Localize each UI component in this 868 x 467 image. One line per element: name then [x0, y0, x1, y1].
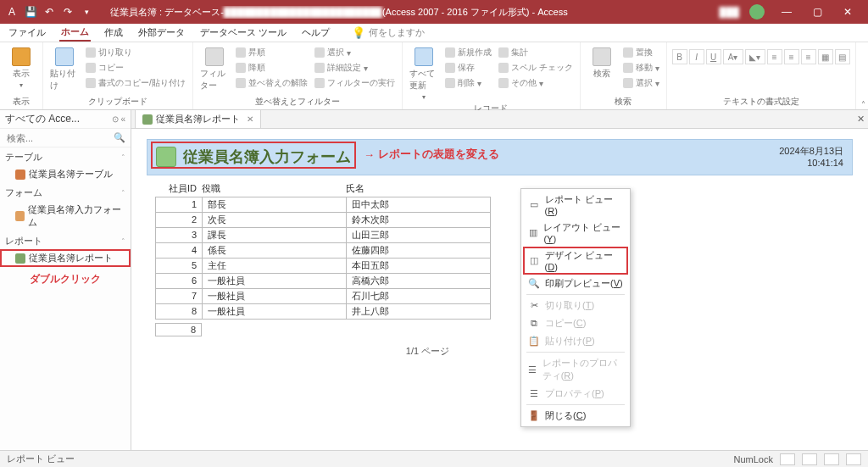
- ribbon-group-label: 並べ替えとフィルター: [198, 96, 397, 109]
- separator: [526, 294, 625, 295]
- save-icon[interactable]: 💾: [24, 5, 37, 19]
- nav-item-form[interactable]: 従業員名簿入力フォーム: [0, 201, 131, 231]
- menu-external-data[interactable]: 外部データ: [136, 25, 186, 41]
- ctx-report-props: ☰レポートのプロパティ(R): [523, 354, 628, 385]
- qat-customize-icon[interactable]: ▾: [80, 5, 93, 19]
- close-tab-icon[interactable]: ✕: [247, 114, 253, 124]
- menu-db-tools[interactable]: データベース ツール: [198, 25, 288, 41]
- ctx-close[interactable]: 🚪閉じる(C): [523, 407, 628, 425]
- ribbon-collapse[interactable]: ˄: [856, 42, 868, 109]
- menu-create[interactable]: 作成: [103, 25, 125, 41]
- undo-icon[interactable]: ↶: [42, 5, 56, 19]
- underline-button[interactable]: U: [706, 49, 721, 64]
- report-total-count: 8: [155, 323, 202, 336]
- goto-button[interactable]: 移動 ▾: [621, 61, 661, 75]
- gridlines-button[interactable]: ▦: [818, 49, 833, 64]
- document-tab[interactable]: 従業員名簿レポート ✕: [135, 110, 261, 128]
- save-record-button[interactable]: 保存: [443, 61, 493, 75]
- menu-file[interactable]: ファイル: [7, 25, 47, 41]
- view-print-icon[interactable]: [802, 453, 817, 465]
- access-app-icon: A: [5, 5, 19, 19]
- layout-view-icon: ▥: [528, 227, 538, 239]
- cut-button[interactable]: 切り取り: [84, 46, 187, 59]
- toggle-filter-button[interactable]: フィルターの実行: [313, 76, 397, 90]
- view-design-icon[interactable]: [846, 453, 861, 465]
- table-row: 7一般社員石川七郎: [156, 288, 491, 303]
- nav-group-tables[interactable]: テーブル˄: [0, 147, 131, 165]
- report-view-icon: ▭: [528, 199, 540, 211]
- alt-row-color-button[interactable]: ▤: [835, 49, 850, 64]
- sort-desc-button[interactable]: 降順: [234, 61, 309, 75]
- report-header-icon: [156, 147, 176, 167]
- user-avatar-icon[interactable]: [749, 4, 765, 19]
- separator: [526, 404, 625, 405]
- new-icon: [445, 47, 455, 58]
- ribbon: 表示▾ 表示 貼り付け 切り取り コピー 書式のコピー/貼り付け クリップボード…: [0, 42, 868, 110]
- design-view-icon: ◫: [528, 255, 540, 267]
- nav-title-bar[interactable]: すべての Acce... ⊙ «: [0, 110, 131, 129]
- totals-button[interactable]: 集計: [497, 46, 575, 59]
- arrow-right-icon: →: [364, 148, 375, 161]
- bold-button[interactable]: B: [672, 49, 687, 64]
- nav-search[interactable]: 🔍: [0, 129, 131, 147]
- delete-record-button[interactable]: 削除 ▾: [443, 76, 493, 90]
- ctx-design-view[interactable]: ◫デザイン ビュー(D): [523, 247, 628, 275]
- brush-icon: [86, 78, 96, 88]
- nav-collapse-icon[interactable]: ⊙ «: [112, 114, 125, 124]
- nav-group-reports[interactable]: レポート˄: [0, 231, 131, 249]
- fill-color-button[interactable]: ◣▾: [745, 49, 765, 64]
- italic-button[interactable]: I: [689, 49, 704, 64]
- document-area: 従業員名簿レポート ✕ 従業員名簿入力フォーム →レポートの表題を変える 202…: [131, 110, 868, 450]
- document-tab-row: 従業員名簿レポート ✕: [131, 110, 868, 129]
- new-record-button[interactable]: 新規作成: [443, 46, 493, 59]
- nav-item-report[interactable]: 従業員名簿レポート: [0, 249, 131, 267]
- paste-button[interactable]: 貼り付け: [48, 46, 81, 93]
- close-pane-icon[interactable]: ✕: [857, 114, 865, 125]
- view-report-icon[interactable]: [780, 453, 795, 465]
- selection-button[interactable]: 選択 ▾: [313, 46, 397, 59]
- font-color-button[interactable]: A▾: [723, 49, 743, 64]
- menu-help[interactable]: ヘルプ: [300, 25, 331, 41]
- report-icon: [15, 253, 25, 264]
- tell-me-search[interactable]: 💡何をしますか: [352, 26, 425, 39]
- align-left-button[interactable]: ≡: [767, 49, 782, 64]
- ctx-paste: 📋貼り付け(P): [523, 332, 628, 350]
- nav-group-forms[interactable]: フォーム˄: [0, 183, 131, 201]
- filter-icon: [205, 47, 224, 66]
- ctx-print-preview[interactable]: 🔍印刷プレビュー(V): [523, 275, 628, 292]
- nav-item-table[interactable]: 従業員名簿テーブル: [0, 165, 131, 183]
- align-center-button[interactable]: ≡: [784, 49, 799, 64]
- find-button[interactable]: 検索: [586, 46, 618, 81]
- view-layout-icon[interactable]: [824, 453, 839, 465]
- spelling-button[interactable]: スペル チェック: [497, 61, 575, 75]
- table-row: 8一般社員井上八郎: [156, 303, 491, 319]
- chevron-up-icon: ˄: [861, 100, 865, 109]
- col-header-id: 社員ID: [155, 182, 202, 195]
- ctx-layout-view[interactable]: ▥レイアウト ビュー(Y): [523, 219, 628, 247]
- advanced-button[interactable]: 詳細設定 ▾: [313, 61, 397, 75]
- replace-button[interactable]: 置換: [621, 46, 661, 59]
- format-painter-button[interactable]: 書式のコピー/貼り付け: [84, 76, 187, 90]
- scissors-icon: [86, 47, 96, 58]
- paste-icon: 📋: [528, 336, 540, 347]
- close-button[interactable]: ✕: [832, 0, 863, 24]
- menu-home[interactable]: ホーム: [59, 24, 91, 42]
- menu-bar: ファイル ホーム 作成 外部データ データベース ツール ヘルプ 💡何をしますか: [0, 24, 868, 42]
- select-button[interactable]: 選択 ▾: [621, 76, 661, 90]
- goto-icon: [623, 63, 633, 73]
- ctx-properties: ☰プロパティ(P): [523, 385, 628, 403]
- minimize-button[interactable]: —: [771, 0, 802, 24]
- sort-asc-button[interactable]: 昇順: [234, 46, 309, 59]
- copy-button[interactable]: コピー: [84, 61, 187, 75]
- maximize-button[interactable]: ▢: [802, 0, 832, 24]
- more-button[interactable]: その他 ▾: [497, 76, 575, 90]
- refresh-all-button[interactable]: すべて更新▾: [408, 46, 440, 103]
- filter-button[interactable]: フィルター: [198, 46, 231, 93]
- nav-search-input[interactable]: [5, 132, 114, 144]
- align-right-button[interactable]: ≡: [801, 49, 816, 64]
- view-button[interactable]: 表示▾: [5, 46, 37, 91]
- clear-sort-button[interactable]: 並べ替えの解除: [234, 76, 309, 90]
- ctx-report-view[interactable]: ▭レポート ビュー(R): [523, 191, 628, 219]
- redo-icon[interactable]: ↷: [61, 5, 75, 19]
- annotation-double-click: ダブルクリック: [0, 267, 131, 292]
